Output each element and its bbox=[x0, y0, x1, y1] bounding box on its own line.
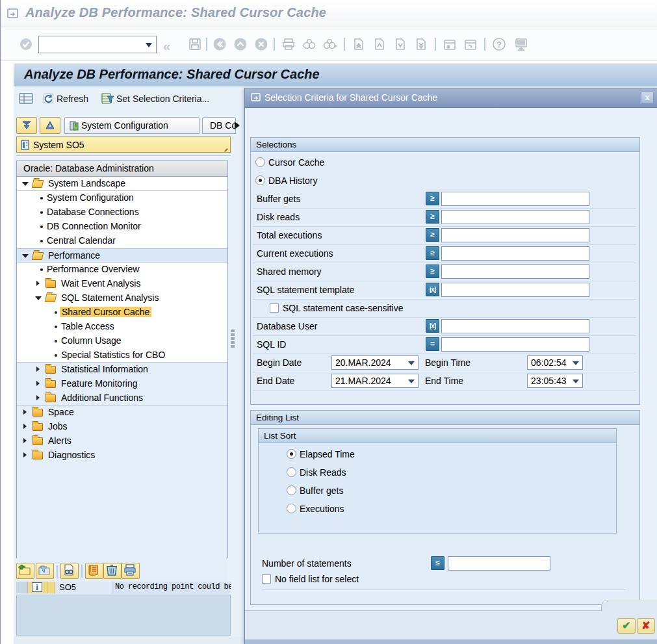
sql-statement-template-operator-button[interactable]: [x] bbox=[426, 283, 439, 296]
tree-item-label[interactable]: Space bbox=[48, 407, 74, 417]
shared-memory-input[interactable] bbox=[441, 264, 589, 279]
tree-item-performance-overview[interactable]: Performance Overview bbox=[17, 263, 227, 277]
tab-overflow-icon[interactable] bbox=[235, 122, 240, 129]
tree-item-label[interactable]: Performance Overview bbox=[47, 264, 139, 274]
tree-item-label[interactable]: Additional Functions bbox=[61, 393, 143, 403]
enter-icon[interactable] bbox=[19, 37, 33, 51]
collapsed-marker-icon[interactable] bbox=[23, 409, 27, 415]
tab-db-connections[interactable]: DB Co bbox=[202, 117, 236, 134]
current-executions-input[interactable] bbox=[441, 246, 589, 261]
expanded-marker-icon[interactable] bbox=[35, 296, 42, 300]
tree-item-special-statistics-for-cbo[interactable]: Special Statistics for CBO bbox=[17, 348, 227, 363]
tree-item-wait-event-analysis[interactable]: Wait Event Analysis bbox=[17, 277, 227, 291]
display-message-button[interactable] bbox=[60, 563, 79, 579]
print-messages-button[interactable] bbox=[122, 563, 140, 579]
filter-messages-button[interactable] bbox=[36, 563, 54, 579]
collapsed-marker-icon[interactable] bbox=[36, 395, 40, 400]
collapsed-marker-icon[interactable] bbox=[36, 281, 40, 286]
command-field-input[interactable] bbox=[40, 38, 140, 51]
dropdown-arrow-icon[interactable] bbox=[408, 361, 415, 365]
tree-item-label[interactable]: Jobs bbox=[48, 421, 68, 431]
buffer-gets-radio-label[interactable]: Buffer gets bbox=[300, 485, 343, 496]
tree-item-table-access[interactable]: Table Access bbox=[17, 320, 227, 334]
confirm-button[interactable]: ✔ bbox=[617, 618, 636, 634]
tree-item-label[interactable]: System Landscape bbox=[48, 178, 125, 188]
number-of-statements-operator-button[interactable]: ≤ bbox=[431, 556, 444, 570]
end-date-dropdown[interactable]: 21.MAR.2024 bbox=[331, 374, 419, 388]
no-field-list-checkbox[interactable] bbox=[262, 574, 271, 584]
collapsed-marker-icon[interactable] bbox=[36, 381, 40, 386]
total-executions-operator-button[interactable]: ≥ bbox=[426, 228, 439, 242]
cancel-button[interactable]: ✘ bbox=[637, 618, 655, 634]
tree-item-system-landscape[interactable]: System Landscape bbox=[17, 177, 227, 191]
message-log-button[interactable] bbox=[85, 563, 103, 579]
begin-date-dropdown[interactable]: 20.MAR.2024 bbox=[331, 355, 419, 370]
tree-item-alerts[interactable]: Alerts bbox=[17, 434, 227, 448]
dropdown-arrow-icon[interactable] bbox=[573, 361, 579, 365]
dropdown-arrow-icon[interactable] bbox=[408, 380, 415, 383]
tree-item-label[interactable]: Central Calendar bbox=[47, 235, 116, 246]
collapse-toolbar-icon[interactable]: « bbox=[163, 39, 170, 54]
dialog-titlebar[interactable]: Selection Criteria for Shared Cursor Cac… bbox=[245, 88, 657, 108]
cursor-cache-radio-label[interactable]: Cursor Cache bbox=[268, 157, 324, 168]
elapsed-time-radio[interactable] bbox=[287, 449, 296, 459]
tree-item-label[interactable]: Feature Monitoring bbox=[61, 378, 138, 389]
tree-item-additional-functions[interactable]: Additional Functions bbox=[17, 391, 227, 406]
sql-id-input[interactable] bbox=[441, 337, 589, 352]
sql-statement-template-input[interactable] bbox=[441, 283, 589, 297]
end-time-dropdown[interactable]: 23:05:43 bbox=[527, 374, 583, 388]
tree-item-jobs[interactable]: Jobs bbox=[17, 420, 227, 434]
elapsed-time-radio-label[interactable]: Elapsed Time bbox=[300, 449, 355, 459]
tree-item-column-usage[interactable]: Column Usage bbox=[17, 334, 227, 348]
database-user-operator-button[interactable]: [x] bbox=[426, 319, 439, 333]
dba-history-radio[interactable] bbox=[255, 175, 265, 185]
expanded-marker-icon[interactable] bbox=[22, 254, 29, 258]
tree-item-diagnostics[interactable]: Diagnostics bbox=[17, 448, 227, 463]
system-selector[interactable]: System SO5 bbox=[16, 136, 231, 153]
collapsed-marker-icon[interactable] bbox=[36, 367, 40, 372]
tree-item-label[interactable]: DB Connection Monitor bbox=[47, 221, 141, 231]
sql-id-operator-button[interactable]: = bbox=[426, 337, 439, 351]
tree-item-space[interactable]: Space bbox=[17, 406, 227, 420]
buffer-gets-radio[interactable] bbox=[287, 485, 296, 495]
total-executions-input[interactable] bbox=[441, 228, 589, 242]
tree-item-label[interactable]: Special Statistics for CBO bbox=[61, 350, 165, 360]
collapsed-marker-icon[interactable] bbox=[23, 424, 27, 429]
tree-item-system-configuration[interactable]: System Configuration bbox=[17, 191, 227, 205]
tree-item-label[interactable]: Alerts bbox=[48, 435, 71, 446]
buffer-gets-input[interactable] bbox=[441, 192, 589, 206]
no-field-list-label[interactable]: No field list for select bbox=[275, 574, 359, 584]
expanded-marker-icon[interactable] bbox=[22, 182, 29, 186]
tree-item-label[interactable]: Diagnostics bbox=[48, 450, 95, 460]
number-of-statements-input[interactable] bbox=[448, 556, 550, 571]
splitter-handle[interactable] bbox=[231, 328, 236, 352]
tree-item-label[interactable]: SQL Statement Analysis bbox=[61, 292, 159, 303]
command-field-dropdown-icon[interactable] bbox=[146, 43, 152, 47]
disk-reads-radio[interactable] bbox=[287, 467, 296, 477]
executions-radio-label[interactable]: Executions bbox=[300, 504, 344, 514]
dba-history-radio-label[interactable]: DBA History bbox=[268, 175, 317, 186]
tree-item-performance[interactable]: Performance bbox=[17, 248, 227, 263]
tree-item-shared-cursor-cache[interactable]: Shared Cursor Cache bbox=[17, 305, 227, 320]
database-user-input[interactable] bbox=[441, 319, 589, 333]
tree-item-database-connections[interactable]: Database Connections bbox=[17, 205, 227, 220]
sql-case-sensitive-checkbox[interactable] bbox=[270, 303, 279, 313]
expand-all-button[interactable] bbox=[40, 117, 60, 134]
tab-system-configuration[interactable]: System Configuration bbox=[64, 117, 200, 134]
shared-memory-operator-button[interactable]: ≥ bbox=[426, 264, 439, 278]
tree-item-label[interactable]: Performance bbox=[48, 250, 100, 261]
refresh-button[interactable]: Refresh bbox=[42, 90, 88, 107]
current-executions-operator-button[interactable]: ≥ bbox=[426, 246, 439, 260]
open-message-log-button[interactable] bbox=[16, 563, 34, 579]
message-row[interactable]: i SO5 No recording point could be foun bbox=[16, 582, 231, 593]
tree-item-label[interactable]: Column Usage bbox=[61, 335, 122, 346]
dialog-close-button[interactable]: x bbox=[641, 92, 654, 103]
tree-item-sql-statement-analysis[interactable]: SQL Statement Analysis bbox=[17, 291, 227, 305]
tree-item-statistical-information[interactable]: Statistical Information bbox=[17, 363, 227, 377]
set-selection-criteria-button[interactable]: Set Selection Criteria... bbox=[101, 90, 209, 107]
collapsed-marker-icon[interactable] bbox=[23, 452, 27, 457]
layout-button[interactable] bbox=[19, 90, 33, 107]
tree-item-label[interactable]: Database Connections bbox=[47, 207, 139, 217]
tree-item-label-selected[interactable]: Shared Cursor Cache bbox=[60, 307, 151, 317]
disk-reads-radio-label[interactable]: Disk Reads bbox=[300, 467, 346, 478]
